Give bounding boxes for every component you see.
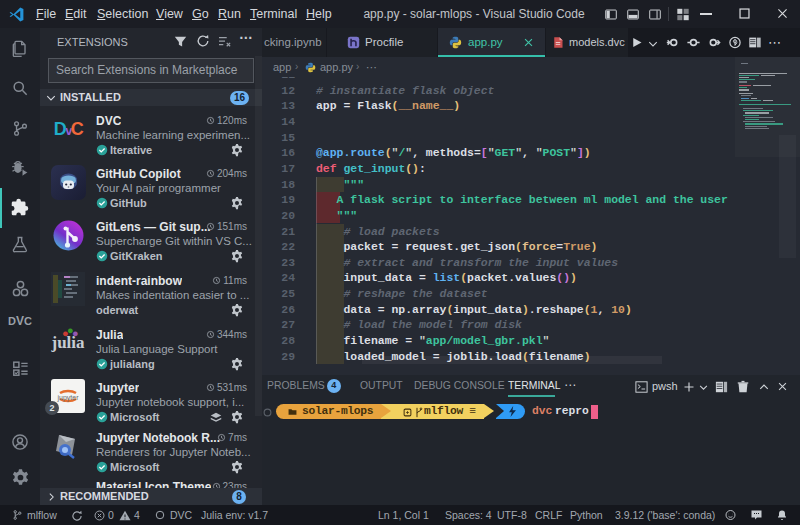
svg-text:jupyter: jupyter: [56, 394, 79, 402]
